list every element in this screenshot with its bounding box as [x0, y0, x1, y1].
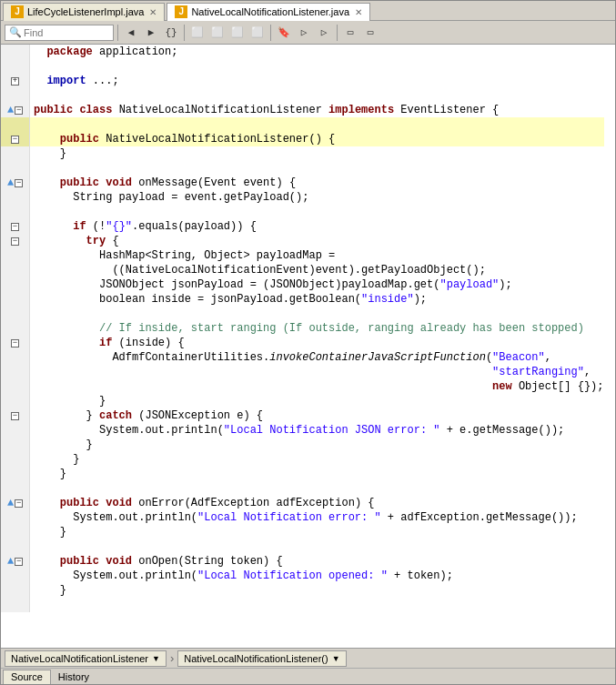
toolbar-btn-4[interactable]: ⬜	[248, 24, 267, 42]
toolbar-btn-run2[interactable]: ▷	[315, 24, 333, 42]
code-body-ctor: public NativeLocalNotificationListener()…	[30, 132, 604, 146]
line-row: ▲ − public void onMessage(Event event) {	[1, 176, 604, 190]
toolbar-btn-run1[interactable]: ▷	[295, 24, 313, 42]
code-body-b2	[30, 88, 604, 103]
toolbar-btn-2[interactable]: ⬜	[208, 24, 227, 42]
toolbar-btn-box1[interactable]: ▭	[341, 24, 359, 42]
left-margin-ifinside[interactable]: −	[1, 336, 30, 350]
code-scroll-container[interactable]: package application; + import ...;	[1, 45, 615, 648]
fold-if[interactable]: −	[11, 223, 19, 231]
fold-catch[interactable]: −	[11, 412, 19, 420]
fold-onmsg[interactable]: −	[15, 179, 23, 187]
code-body-b5	[30, 307, 604, 321]
toolbar-btn-braces[interactable]: {}	[162, 24, 180, 42]
close-icon-lifecycle[interactable]: ✕	[149, 7, 157, 17]
arrow-onopen[interactable]: ▲	[7, 554, 14, 569]
fold-ifinside[interactable]: −	[11, 339, 19, 348]
code-body-onopen: public void onOpen(String token) {	[30, 554, 604, 569]
left-margin-onopen[interactable]: ▲ −	[1, 554, 30, 569]
fold-onopen[interactable]: −	[15, 558, 23, 566]
left-margin-import[interactable]: +	[1, 74, 30, 88]
left-margin-try[interactable]: −	[1, 234, 30, 248]
line-row: HashMap<String, Object> payloadMap =	[1, 248, 604, 263]
code-body-cb1: }	[30, 146, 604, 161]
toolbar-btn-bookmark[interactable]: 🔖	[275, 24, 293, 42]
toolbar-separator-2	[184, 25, 185, 41]
line-row: "startRanging",	[1, 365, 604, 379]
search-box[interactable]: 🔍	[5, 25, 114, 41]
left-margin-cc	[1, 438, 30, 452]
fold-onerr[interactable]: −	[15, 499, 23, 508]
toolbar-btn-1[interactable]: ⬜	[188, 24, 207, 42]
left-margin-class[interactable]: ▲ −	[1, 103, 30, 117]
tab-history[interactable]: History	[51, 670, 96, 684]
tab-source[interactable]: Source	[3, 670, 51, 684]
search-input[interactable]	[24, 27, 106, 38]
line-row	[1, 205, 604, 219]
tab-label-native: NativeLocalNotificationListener.java	[191, 6, 349, 17]
line-row: System.out.println("Local Notification J…	[1, 423, 604, 438]
code-body-hm: HashMap<String, Object> payloadMap =	[30, 248, 604, 263]
line-row: − } catch (JSONException e) {	[1, 408, 604, 423]
toolbar-btn-3[interactable]: ⬜	[228, 24, 247, 42]
line-row	[1, 59, 604, 74]
code-body-com: }	[30, 467, 604, 481]
nav-item-class[interactable]: NativeLocalNotificationListener ▼	[5, 650, 167, 667]
line-row: − try {	[1, 234, 604, 248]
code-body-cc: }	[30, 438, 604, 452]
toolbar-btn-box2[interactable]: ▭	[361, 24, 379, 42]
fold-try[interactable]: −	[11, 237, 19, 246]
left-margin-coe	[1, 525, 30, 539]
code-body-try: try {	[30, 234, 604, 248]
code-body-b7	[30, 539, 604, 554]
left-margin-com	[1, 467, 30, 481]
code-body-cast: ((NativeLocalNotificationEvent)event).ge…	[30, 263, 604, 277]
toolbar-btn-forward[interactable]: ▶	[142, 24, 160, 42]
line-row	[1, 539, 604, 554]
toolbar: 🔍 ◀ ▶ {} ⬜ ⬜ ⬜ ⬜ 🔖 ▷ ▷ ▭ ▭	[1, 21, 615, 45]
line-row: }	[1, 452, 604, 467]
code-lines: package application; + import ...;	[1, 45, 604, 648]
toolbar-btn-back[interactable]: ◀	[122, 24, 140, 42]
left-margin-catch[interactable]: −	[1, 408, 30, 423]
fold-class[interactable]: −	[15, 106, 23, 115]
tab-lifecycle[interactable]: J LifeCycleListenerImpl.java ✕	[3, 3, 165, 21]
line-row: − public NativeLocalNotificationListener…	[1, 132, 604, 146]
line-row: String payload = event.getPayload();	[1, 190, 604, 205]
line-row: new Object[] {});	[1, 379, 604, 394]
code-body-cmt: // If inside, start ranging (If outside,…	[30, 321, 604, 336]
left-margin-onerr[interactable]: ▲ −	[1, 496, 30, 510]
code-body-onmsg: public void onMessage(Event event) {	[30, 176, 604, 190]
fold-import[interactable]: +	[11, 77, 19, 86]
line-row: ▲ − public void onError(AdfException adf…	[1, 496, 604, 510]
line-row: + import ...;	[1, 74, 604, 88]
fold-ctor[interactable]: −	[11, 136, 19, 144]
tab-native[interactable]: J NativeLocalNotificationListener.java ✕	[167, 3, 370, 21]
line-row: }	[1, 583, 604, 598]
code-editor[interactable]: package application; + import ...;	[1, 45, 615, 648]
left-margin-if[interactable]: −	[1, 219, 30, 234]
toolbar-separator-1	[117, 25, 118, 41]
code-body-h1	[30, 117, 604, 132]
arrow-class[interactable]: ▲	[7, 103, 14, 117]
nav-chevron-1: ▼	[152, 654, 160, 663]
line-row: package application;	[1, 45, 604, 59]
line-row	[1, 481, 604, 496]
close-icon-native[interactable]: ✕	[355, 7, 362, 17]
line-row	[1, 598, 604, 612]
tab-label-lifecycle: LifeCycleListenerImpl.java	[27, 6, 144, 17]
left-margin-b1	[1, 59, 30, 74]
nav-chevron-2: ▼	[332, 654, 340, 663]
nav-item-method[interactable]: NativeLocalNotificationListener() ▼	[177, 650, 346, 667]
left-margin-1	[1, 45, 30, 59]
code-body-catch: } catch (JSONException e) {	[30, 408, 604, 423]
left-margin-onmsg[interactable]: ▲ −	[1, 176, 30, 190]
left-margin-ctor[interactable]: −	[1, 132, 30, 146]
left-margin-po	[1, 569, 30, 583]
arrow-onerr[interactable]: ▲	[7, 496, 14, 510]
left-margin-b7	[1, 539, 30, 554]
left-margin-json	[1, 277, 30, 292]
arrow-onmsg[interactable]: ▲	[7, 176, 14, 190]
left-margin-b5	[1, 307, 30, 321]
code-body-import: import ...;	[30, 74, 604, 88]
